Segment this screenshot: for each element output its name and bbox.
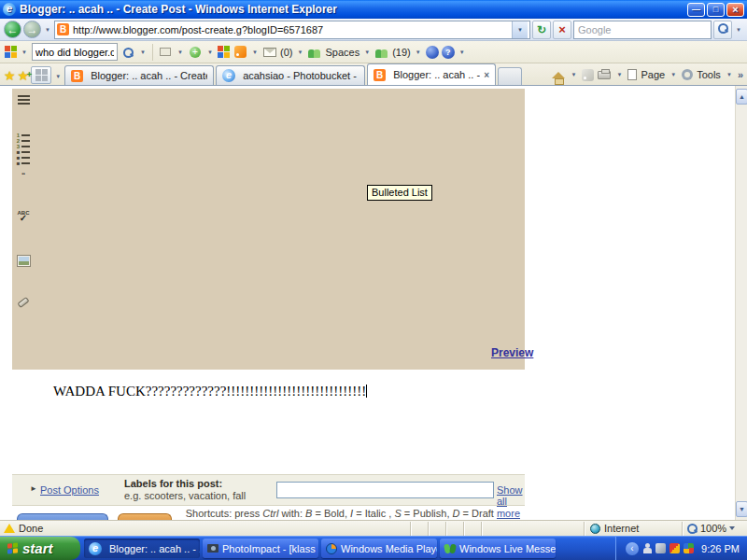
windows-live-icon[interactable] <box>5 46 17 58</box>
task-media-player[interactable]: Windows Media Player <box>321 539 437 558</box>
live-menu-dropdown-icon[interactable]: ▼ <box>20 44 29 61</box>
minimize-button[interactable]: — <box>687 3 705 17</box>
favorites-star-icon[interactable]: ★ <box>4 66 16 85</box>
shortcuts-more-link[interactable]: more <box>497 508 520 519</box>
blockquote-icon[interactable]: “ <box>15 169 32 184</box>
task-photoimpact[interactable]: PhotoImpact - [klass ... <box>203 539 318 558</box>
shortcuts-hint: Shortcuts: press Ctrl with: B = Bold, I … <box>186 508 520 519</box>
contacts-dropdown-icon[interactable]: ▼ <box>414 44 423 61</box>
tab-list-dropdown-icon[interactable]: ▼ <box>53 68 63 85</box>
insert-image-icon[interactable] <box>15 253 32 268</box>
bulleted-list-icon[interactable]: ■■■ <box>15 150 32 165</box>
live-search-dropdown-icon[interactable]: ▼ <box>138 44 148 61</box>
mail-count[interactable]: (0) <box>280 47 292 58</box>
zoom-control[interactable]: 100% <box>682 522 747 536</box>
tooltip: Bulleted List <box>367 185 432 201</box>
tab-blogger-active[interactable]: B Blogger: .. acah .. - Crea... × <box>367 63 496 85</box>
messenger-icon <box>444 543 456 554</box>
blogger-tab-icon: B <box>374 69 386 81</box>
mail-icon[interactable] <box>262 45 277 60</box>
home-dropdown-icon[interactable]: ▼ <box>569 66 578 83</box>
page-warning-icon[interactable] <box>4 524 15 533</box>
toolbar-overflow-icon[interactable]: » <box>738 69 743 80</box>
messenger-contacts-icon[interactable] <box>374 45 389 60</box>
tab-close-icon[interactable]: × <box>484 70 489 80</box>
history-dropdown-icon[interactable]: ▼ <box>43 21 52 38</box>
live-search-input[interactable] <box>32 43 118 61</box>
address-field[interactable]: B http://www.blogger.com/post-create.g?b… <box>54 21 530 39</box>
mail-dropdown-icon[interactable]: ▼ <box>295 44 304 61</box>
spaces-icon[interactable] <box>307 45 322 60</box>
tray-display-icon[interactable] <box>655 543 666 553</box>
post-options-link[interactable]: Post Options <box>40 484 99 496</box>
vertical-scrollbar[interactable]: ▲ ▼ <box>735 86 747 520</box>
add-content-icon[interactable]: + <box>188 45 203 60</box>
home-icon[interactable] <box>552 72 565 78</box>
add-dropdown-icon[interactable]: ▼ <box>205 44 215 61</box>
save-now-button[interactable] <box>118 513 172 520</box>
eraser-icon[interactable] <box>15 295 32 310</box>
print-icon[interactable] <box>598 71 611 79</box>
numbered-list-icon[interactable]: 123 <box>15 133 32 148</box>
start-button[interactable]: start <box>0 537 80 560</box>
zoom-dropdown-icon[interactable] <box>729 526 735 530</box>
address-dropdown-icon[interactable]: ▼ <box>512 21 528 38</box>
forward-button[interactable]: → <box>23 21 41 38</box>
contacts-count[interactable]: (19) <box>392 47 411 58</box>
expand-triangle-icon[interactable]: ► <box>30 484 37 493</box>
back-button[interactable]: ← <box>4 21 21 38</box>
ie-task-icon: e <box>89 542 102 555</box>
window-title: Blogger: .. acah .. - Create Post - Wind… <box>20 3 687 16</box>
stop-button[interactable]: × <box>553 21 571 39</box>
refresh-button[interactable]: ↻ <box>532 21 551 39</box>
help-icon[interactable]: ? <box>442 46 455 59</box>
search-options-dropdown-icon[interactable]: ▼ <box>734 21 743 38</box>
page-menu-button[interactable]: Page <box>641 69 665 80</box>
spaces-label[interactable]: Spaces <box>325 47 359 58</box>
web-search-box[interactable]: Google <box>573 21 712 39</box>
scroll-down-icon[interactable]: ▼ <box>736 501 747 517</box>
favorites-center-icon[interactable] <box>158 45 173 60</box>
page-feeds-icon[interactable] <box>582 69 594 81</box>
tab-blogger-create-post[interactable]: B Blogger: .. acah .. - Create P... <box>64 65 214 85</box>
favorites-dropdown-icon[interactable]: ▼ <box>176 44 185 61</box>
close-button[interactable]: × <box>726 3 744 17</box>
task-blogger[interactable]: e Blogger: .. acah .. - ... <box>84 539 200 558</box>
spaces-dropdown-icon[interactable]: ▼ <box>362 44 372 61</box>
search-go-button[interactable] <box>713 21 732 39</box>
preview-link[interactable]: Preview <box>491 346 533 359</box>
text-cursor <box>366 385 367 398</box>
zoom-level: 100% <box>700 523 726 534</box>
new-tab-stub[interactable] <box>498 67 522 85</box>
live-search-go-icon[interactable] <box>120 45 135 60</box>
tray-user-icon[interactable] <box>642 543 652 553</box>
show-all-link[interactable]: Show all <box>497 484 525 507</box>
feeds-icon[interactable] <box>233 45 247 60</box>
taskbar-clock: 9:26 PM <box>701 543 740 554</box>
task-messenger[interactable]: Windows Live Messen... <box>440 539 556 558</box>
page-dropdown-icon[interactable]: ▼ <box>669 66 678 83</box>
post-body-text[interactable]: WADDA FUCK?????????????!!!!!!!!!!!!!!!!!… <box>53 384 367 399</box>
post-options-panel: ► Post Options Labels for this post: e.g… <box>12 474 525 506</box>
scroll-up-icon[interactable]: ▲ <box>736 89 747 105</box>
url-text[interactable]: http://www.blogger.com/post-create.g?blo… <box>73 24 512 35</box>
messenger-status-icon[interactable] <box>426 46 439 59</box>
print-dropdown-icon[interactable]: ▼ <box>614 66 624 83</box>
tray-color-icon[interactable] <box>684 543 694 553</box>
add-favorite-icon[interactable]: ★ <box>18 66 30 85</box>
tray-collapse-icon[interactable]: ‹ <box>626 542 639 555</box>
feeds-dropdown-icon[interactable]: ▼ <box>250 44 260 61</box>
quick-tabs-button[interactable] <box>31 66 51 84</box>
tray-photoimpact-icon[interactable] <box>669 543 680 553</box>
spellcheck-icon[interactable]: ABC✓ <box>15 208 32 223</box>
security-zone-pane: Internet <box>584 522 682 536</box>
live-services-icon[interactable] <box>218 46 230 58</box>
tools-menu-button[interactable]: Tools <box>697 69 721 80</box>
tab-photobucket[interactable]: e acahsiao - Photobucket - Vid... <box>216 65 365 85</box>
justify-icon[interactable] <box>15 92 32 107</box>
help-dropdown-icon[interactable]: ▼ <box>458 44 467 61</box>
labels-input[interactable] <box>276 482 494 498</box>
tools-dropdown-icon[interactable]: ▼ <box>725 66 734 83</box>
publish-post-button[interactable] <box>17 513 108 520</box>
maximize-button[interactable]: □ <box>707 3 725 17</box>
